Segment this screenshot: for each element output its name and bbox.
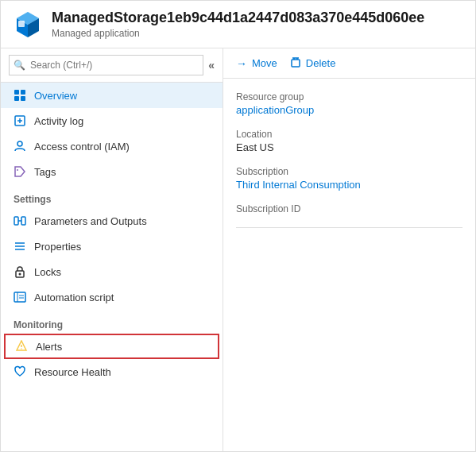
svg-rect-28: [292, 60, 300, 67]
subscription-id-item: Subscription ID: [236, 203, 462, 214]
svg-rect-14: [14, 217, 18, 225]
sidebar-item-tags-label: Tags: [34, 166, 56, 178]
svg-point-27: [21, 348, 21, 349]
sidebar-item-health-label: Resource Health: [34, 366, 111, 378]
subscription-id-label: Subscription ID: [236, 203, 462, 214]
sidebar-item-activity-label: Activity log: [34, 115, 83, 127]
sidebar-item-parameters-label: Parameters and Outputs: [34, 215, 147, 227]
toolbar: → Move Delete: [223, 48, 475, 79]
sidebar: 🔍 « Overview Activity log: [1, 48, 223, 451]
tag-icon: [14, 165, 26, 178]
sidebar-item-automation-label: Automation script: [34, 292, 114, 303]
svg-point-21: [19, 273, 21, 276]
svg-rect-4: [18, 21, 25, 27]
search-icon: 🔍: [14, 60, 25, 71]
svg-point-13: [17, 169, 18, 171]
svg-rect-6: [21, 90, 25, 95]
sidebar-item-parameters[interactable]: Parameters and Outputs: [1, 208, 223, 234]
sidebar-item-resource-health[interactable]: Resource Health: [1, 359, 223, 384]
delete-icon: [290, 56, 301, 70]
delete-label: Delete: [306, 57, 336, 69]
svg-rect-15: [21, 217, 25, 225]
page-subtitle: Managed application: [52, 28, 424, 39]
settings-section-header: Settings: [1, 184, 223, 208]
main-layout: 🔍 « Overview Activity log: [1, 48, 475, 451]
delete-button[interactable]: Delete: [290, 56, 336, 70]
page-title: ManagedStorage1eb9c44d1a2447d083a370e445…: [52, 10, 424, 26]
lock-icon: [14, 265, 26, 278]
sidebar-item-automation[interactable]: Automation script: [1, 284, 223, 310]
details-section: Resource group applicationGroup Location…: [223, 79, 475, 247]
sidebar-item-overview-label: Overview: [34, 90, 77, 102]
sidebar-item-overview[interactable]: Overview: [1, 83, 223, 108]
overview-icon: [14, 89, 26, 102]
move-label: Move: [252, 57, 277, 69]
move-arrow-icon: →: [236, 57, 247, 70]
sidebar-item-locks[interactable]: Locks: [1, 259, 223, 284]
automation-icon: [14, 291, 26, 303]
collapse-button[interactable]: «: [208, 59, 215, 71]
move-button[interactable]: → Move: [236, 57, 277, 70]
sidebar-item-alerts[interactable]: Alerts: [4, 334, 219, 359]
divider: [236, 227, 462, 228]
app-icon: [14, 10, 42, 39]
search-input[interactable]: [9, 55, 203, 75]
svg-rect-8: [21, 96, 25, 101]
resource-group-label: Resource group: [236, 91, 462, 102]
access-icon: [14, 140, 26, 153]
svg-rect-22: [14, 292, 25, 302]
location-value: East US: [236, 141, 462, 153]
health-icon: [14, 365, 26, 378]
parameters-icon: [14, 214, 26, 227]
properties-icon: [14, 240, 26, 253]
sidebar-item-properties-label: Properties: [34, 241, 81, 253]
svg-rect-5: [14, 90, 19, 95]
sidebar-item-properties[interactable]: Properties: [1, 234, 223, 259]
sidebar-item-access-label: Access control (IAM): [34, 141, 130, 153]
sidebar-item-activity-log[interactable]: Activity log: [1, 108, 223, 133]
header: ManagedStorage1eb9c44d1a2447d083a370e445…: [1, 1, 475, 48]
svg-point-12: [17, 141, 22, 146]
sidebar-item-access-control[interactable]: Access control (IAM): [1, 133, 223, 159]
sidebar-item-tags[interactable]: Tags: [1, 159, 223, 184]
activity-icon: [14, 114, 26, 127]
location-label: Location: [236, 129, 462, 140]
header-text: ManagedStorage1eb9c44d1a2447d083a370e445…: [52, 10, 424, 39]
sidebar-item-locks-label: Locks: [34, 266, 61, 278]
svg-rect-7: [14, 96, 19, 101]
app-container: ManagedStorage1eb9c44d1a2447d083a370e445…: [0, 0, 476, 452]
resource-group-value[interactable]: applicationGroup: [236, 104, 462, 116]
location-item: Location East US: [236, 129, 462, 153]
search-bar: 🔍 «: [1, 48, 223, 83]
alerts-icon: [15, 340, 28, 353]
subscription-label: Subscription: [236, 166, 462, 177]
subscription-item: Subscription Third Internal Consumption: [236, 166, 462, 191]
monitoring-section-header: Monitoring: [1, 310, 223, 334]
resource-group-item: Resource group applicationGroup: [236, 91, 462, 116]
subscription-value[interactable]: Third Internal Consumption: [236, 179, 462, 191]
sidebar-item-alerts-label: Alerts: [36, 341, 62, 353]
content-area: → Move Delete Resource group application…: [223, 48, 475, 451]
